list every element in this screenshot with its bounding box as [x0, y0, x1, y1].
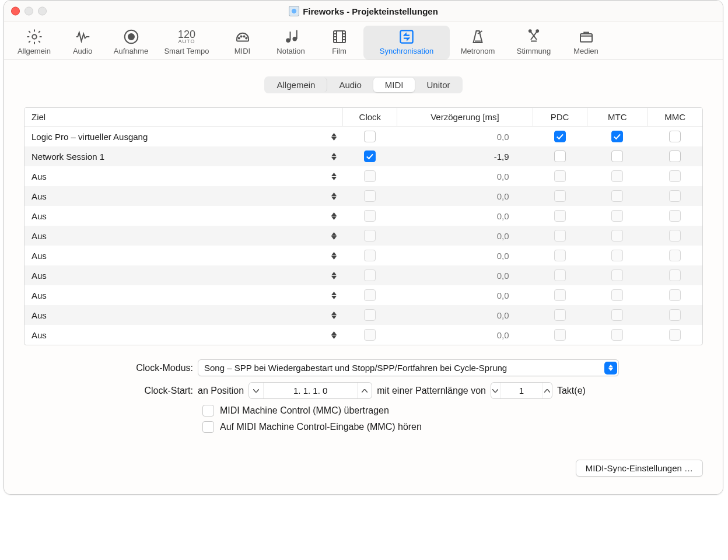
toolbar-midi[interactable]: MIDI [218, 26, 267, 60]
clock-checkbox[interactable] [364, 150, 376, 162]
mmc-checkbox[interactable] [669, 329, 681, 341]
col-ziel[interactable]: Ziel [24, 108, 343, 127]
toolbar-tuning[interactable]: Stimmung [506, 26, 562, 60]
toolbar-film[interactable]: Film [315, 26, 363, 60]
toolbar-general[interactable]: Allgemein [10, 26, 58, 60]
ziel-dropdown[interactable]: Aus [32, 271, 330, 281]
mtc-checkbox[interactable] [611, 170, 623, 182]
toolbar-metronome[interactable]: Metronom [450, 26, 506, 60]
pdc-checkbox[interactable] [554, 270, 566, 281]
delay-value[interactable]: 0,0 [397, 206, 533, 226]
clock-checkbox[interactable] [364, 250, 376, 261]
mmc-checkbox[interactable] [669, 210, 681, 222]
ziel-dropdown[interactable]: Aus [32, 211, 330, 221]
updown-icon[interactable] [330, 250, 338, 261]
delay-value[interactable]: 0,0 [397, 285, 533, 305]
updown-icon[interactable] [330, 151, 338, 162]
pdc-checkbox[interactable] [554, 170, 566, 182]
pdc-checkbox[interactable] [554, 309, 566, 321]
clock-checkbox[interactable] [364, 289, 376, 301]
chevron-down-icon[interactable] [249, 383, 263, 398]
delay-value[interactable]: -1,9 [397, 146, 533, 166]
ziel-dropdown[interactable]: Logic Pro – virtueller Ausgang [32, 132, 330, 142]
chevron-up-icon[interactable] [358, 383, 372, 398]
col-mmc[interactable]: MMC [648, 108, 702, 127]
ziel-dropdown[interactable]: Aus [32, 172, 330, 181]
mmc-checkbox[interactable] [669, 270, 681, 281]
clock-checkbox[interactable] [364, 210, 376, 222]
col-delay[interactable]: Verzögerung [ms] [397, 108, 533, 127]
chevron-down-icon[interactable] [491, 383, 500, 398]
pdc-checkbox[interactable] [554, 289, 566, 301]
mmc-checkbox[interactable] [669, 250, 681, 261]
updown-icon[interactable] [330, 131, 338, 142]
clock-checkbox[interactable] [364, 329, 376, 341]
mmc-checkbox[interactable] [669, 190, 681, 202]
clock-checkbox[interactable] [364, 131, 376, 142]
delay-value[interactable]: 0,0 [397, 325, 533, 345]
delay-value[interactable]: 0,0 [397, 305, 533, 325]
updown-icon[interactable] [330, 171, 338, 181]
ziel-dropdown[interactable]: Aus [32, 251, 330, 261]
updown-icon[interactable] [330, 330, 338, 340]
mmc-listen-checkbox[interactable] [202, 421, 214, 433]
mmc-checkbox[interactable] [669, 309, 681, 321]
mmc-checkbox[interactable] [669, 170, 681, 182]
mtc-checkbox[interactable] [611, 289, 623, 301]
updown-icon[interactable] [330, 211, 338, 221]
clock-checkbox[interactable] [364, 230, 376, 242]
delay-value[interactable]: 0,0 [397, 166, 533, 186]
clock-checkbox[interactable] [364, 309, 376, 321]
subtab-midi[interactable]: MIDI [373, 78, 415, 92]
ziel-dropdown[interactable]: Aus [32, 191, 330, 201]
toolbar-sync[interactable]: Synchronisation [363, 26, 450, 60]
delay-value[interactable]: 0,0 [397, 226, 533, 246]
updown-icon[interactable] [330, 191, 338, 201]
mmc-checkbox[interactable] [669, 131, 681, 142]
mtc-checkbox[interactable] [611, 329, 623, 341]
delay-value[interactable]: 0,0 [397, 127, 533, 147]
toolbar-tempo[interactable]: 120AUTOSmart Tempo [155, 26, 218, 60]
updown-icon[interactable] [330, 230, 338, 241]
delay-value[interactable]: 0,0 [397, 186, 533, 206]
clock-checkbox[interactable] [364, 190, 376, 202]
mtc-checkbox[interactable] [611, 131, 623, 142]
window-maximize-button[interactable] [38, 7, 47, 16]
window-close-button[interactable] [11, 7, 20, 16]
col-pdc[interactable]: PDC [533, 108, 587, 127]
subtab-allgemein[interactable]: Allgemein [265, 78, 328, 92]
midi-sync-settings-button[interactable]: MIDI-Sync-Einstellungen … [576, 460, 703, 477]
pdc-checkbox[interactable] [554, 210, 566, 222]
mtc-checkbox[interactable] [611, 309, 623, 321]
mmc-checkbox[interactable] [669, 230, 681, 242]
mtc-checkbox[interactable] [611, 250, 623, 261]
ziel-dropdown[interactable]: Network Session 1 [32, 152, 330, 162]
toolbar-media[interactable]: Medien [562, 26, 610, 60]
mtc-checkbox[interactable] [611, 210, 623, 222]
updown-icon[interactable] [330, 270, 338, 281]
updown-icon[interactable] [330, 310, 338, 320]
mtc-checkbox[interactable] [611, 150, 623, 162]
pdc-checkbox[interactable] [554, 190, 566, 202]
mtc-checkbox[interactable] [611, 190, 623, 202]
clock-mode-dropdown[interactable]: Song – SPP bei Wiedergabestart und Stopp… [198, 359, 619, 376]
mtc-checkbox[interactable] [611, 270, 623, 281]
position-stepper[interactable]: 1. 1. 1. 0 [249, 382, 372, 399]
subtab-audio[interactable]: Audio [327, 78, 373, 92]
pdc-checkbox[interactable] [554, 150, 566, 162]
col-mtc[interactable]: MTC [587, 108, 648, 127]
pattern-length-stepper[interactable]: 1 [491, 382, 552, 399]
clock-checkbox[interactable] [364, 170, 376, 182]
pdc-checkbox[interactable] [554, 131, 566, 142]
mmc-transmit-checkbox[interactable] [202, 405, 214, 416]
ziel-dropdown[interactable]: Aus [32, 231, 330, 241]
chevron-up-icon[interactable] [543, 383, 552, 398]
ziel-dropdown[interactable]: Aus [32, 310, 330, 320]
subtab-unitor[interactable]: Unitor [415, 78, 461, 92]
pdc-checkbox[interactable] [554, 250, 566, 261]
pdc-checkbox[interactable] [554, 329, 566, 341]
toolbar-record[interactable]: Aufnahme [107, 26, 155, 60]
pdc-checkbox[interactable] [554, 230, 566, 242]
updown-icon[interactable] [330, 290, 338, 300]
ziel-dropdown[interactable]: Aus [32, 290, 330, 300]
